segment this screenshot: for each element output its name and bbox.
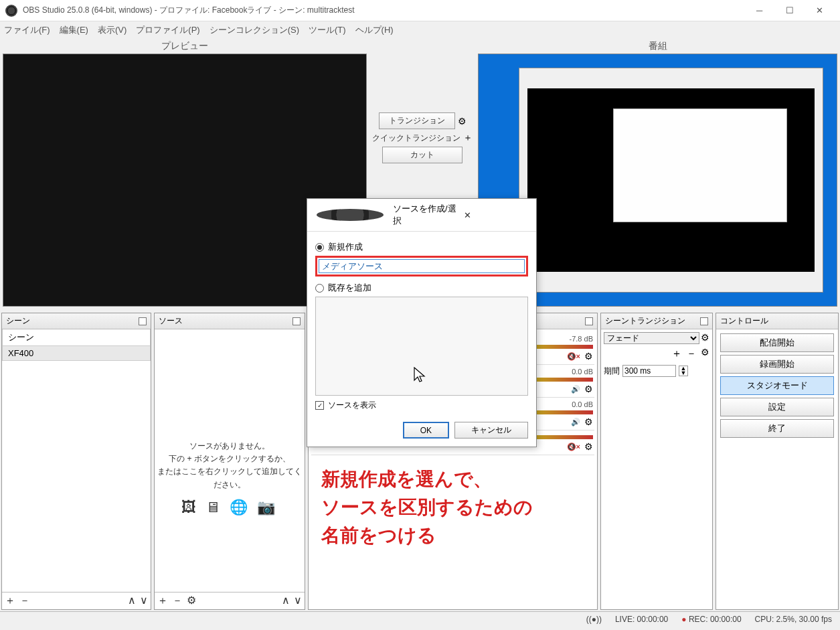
mixer-popout-icon[interactable] [585, 317, 593, 325]
cancel-button[interactable]: キャンセル [454, 422, 528, 439]
menu-edit[interactable]: 編集(E) [60, 24, 88, 36]
source-down-icon[interactable]: ∨ [294, 594, 302, 608]
settings-button[interactable]: 設定 [720, 398, 834, 416]
scenes-popout-icon[interactable] [139, 317, 147, 325]
cut-button[interactable]: カット [382, 147, 463, 163]
titlebar: OBS Studio 25.0.8 (64-bit, windows) - プロ… [0, 0, 840, 21]
radio-existing-label: 既存を追加 [328, 282, 371, 294]
start-streaming-button[interactable]: 配信開始 [720, 333, 834, 352]
transition-gear-icon[interactable]: ⚙ [458, 116, 467, 127]
cursor-icon [414, 367, 427, 384]
transition-select-gear-icon[interactable]: ⚙ [701, 332, 709, 344]
annotation-text: 新規作成を選んで、 ソースを区別するための 名前をつける [321, 465, 533, 550]
source-up-icon[interactable]: ∧ [282, 594, 290, 608]
speaker-muted-icon[interactable]: 🔇× [567, 352, 580, 361]
transitions-dock: シーントランジション フェード ⚙ ＋ － ⚙ 期間 ▲▼ [600, 313, 713, 610]
transition-props-gear-icon[interactable]: ⚙ [701, 347, 709, 361]
exit-button[interactable]: 終了 [720, 419, 834, 438]
scenes-dock: シーン シーン XF400 ＋ － ∧ ∨ [1, 313, 151, 610]
speaker-muted-icon[interactable]: 🔇× [567, 443, 580, 451]
scenes-title: シーン [6, 315, 30, 327]
scene-up-icon[interactable]: ∧ [128, 594, 136, 608]
menu-tools[interactable]: ツール(T) [309, 24, 346, 36]
mixer-gear-icon[interactable]: ⚙ [584, 384, 593, 394]
source-add-icon[interactable]: ＋ [157, 594, 168, 608]
transitions-popout-icon[interactable] [700, 317, 708, 325]
radio-new[interactable] [315, 243, 324, 252]
obs-logo-icon [5, 5, 17, 17]
window-title: OBS Studio 25.0.8 (64-bit, windows) - プロ… [23, 5, 744, 16]
duration-spinner[interactable]: ▲▼ [679, 366, 688, 376]
start-recording-button[interactable]: 録画開始 [720, 355, 834, 374]
source-gear-icon[interactable]: ⚙ [187, 594, 196, 608]
transitions-title: シーントランジション [605, 315, 685, 327]
close-button[interactable]: ✕ [805, 1, 835, 21]
ok-button[interactable]: OK [403, 422, 449, 439]
broadcast-icon: ((●)) [586, 615, 602, 624]
sources-dock: ソース ソースがありません。 下の + ボタンをクリックするか、 またはここを右… [154, 313, 306, 610]
source-remove-icon[interactable]: － [172, 594, 183, 608]
sources-popout-icon[interactable] [292, 317, 301, 325]
sources-empty-l2: 下の + ボタンをクリックするか、 [155, 453, 305, 465]
sources-empty-l1: ソースがありません。 [155, 440, 305, 453]
name-input-highlight [315, 256, 528, 277]
menu-view[interactable]: 表示(V) [98, 24, 127, 36]
dialog-logo-icon [317, 209, 384, 221]
scene-add-icon[interactable]: ＋ [5, 594, 15, 608]
status-rec: ● REC: 00:00:00 [681, 615, 741, 624]
scene-item[interactable]: XF400 [2, 346, 151, 361]
scene-remove-icon[interactable]: － [19, 594, 30, 608]
quick-transition-label: クイックトランジション [372, 133, 460, 144]
studio-mode-button[interactable]: スタジオモード [720, 376, 834, 395]
controls-title: コントロール [720, 315, 768, 327]
source-name-input[interactable] [319, 259, 525, 273]
menu-scene-collection[interactable]: シーンコレクション(S) [209, 24, 299, 36]
dialog-title: ソースを作成/選択 [393, 203, 460, 227]
mixer-gear-icon[interactable]: ⚙ [584, 351, 593, 362]
sources-empty-l3: またはここを右クリックして追加してください。 [155, 465, 305, 491]
sources-empty: ソースがありません。 下の + ボタンをクリックするか、 またはここを右クリック… [155, 329, 305, 519]
speaker-icon[interactable]: 🔊 [571, 418, 580, 426]
speaker-icon[interactable]: 🔊 [571, 385, 580, 394]
transition-select[interactable]: フェード [604, 332, 699, 344]
transition-button[interactable]: トランジション [379, 112, 455, 129]
radio-existing[interactable] [315, 284, 324, 293]
minimize-button[interactable]: ─ [744, 1, 774, 21]
status-live: LIVE: 00:00:00 [615, 615, 668, 624]
menu-help[interactable]: ヘルプ(H) [355, 24, 394, 36]
transition-remove-icon[interactable]: － [686, 347, 697, 361]
quick-transition-add-icon[interactable]: ＋ [463, 132, 473, 144]
controls-dock: コントロール 配信開始 録画開始 スタジオモード 設定 終了 [716, 313, 839, 610]
transition-add-icon[interactable]: ＋ [671, 347, 682, 361]
dialog-close-icon[interactable]: ✕ [464, 210, 531, 220]
mixer-gear-icon[interactable]: ⚙ [584, 441, 593, 452]
maximize-button[interactable]: ☐ [774, 1, 805, 21]
sources-title: ソース [159, 315, 183, 327]
menu-file[interactable]: ファイル(F) [4, 24, 50, 36]
sources-hint-icons: 🖼 🖥 🌐 📷 [155, 495, 305, 519]
scene-item[interactable]: シーン [2, 329, 151, 346]
program-label: 番組 [475, 39, 840, 54]
menubar: ファイル(F) 編集(E) 表示(V) プロファイル(P) シーンコレクション(… [0, 21, 840, 39]
statusbar: ((●)) LIVE: 00:00:00 ● REC: 00:00:00 CPU… [0, 611, 840, 626]
checkbox-visible[interactable]: ✓ [315, 401, 324, 410]
existing-sources-list[interactable] [315, 297, 528, 396]
duration-label: 期間 [604, 366, 620, 377]
radio-new-label: 新規作成 [328, 241, 363, 253]
scene-down-icon[interactable]: ∨ [140, 594, 148, 608]
preview-label: プレビュー [0, 39, 369, 54]
menu-profile[interactable]: プロファイル(P) [136, 24, 199, 36]
duration-input[interactable] [622, 365, 676, 377]
mixer-gear-icon[interactable]: ⚙ [584, 416, 593, 427]
create-source-dialog: ソースを作成/選択 ✕ 新規作成 既存を追加 ✓ ソースを表示 OK キャンセル [307, 198, 537, 447]
status-cpu: CPU: 2.5%, 30.00 fps [755, 615, 832, 624]
checkbox-visible-label: ソースを表示 [328, 400, 376, 411]
